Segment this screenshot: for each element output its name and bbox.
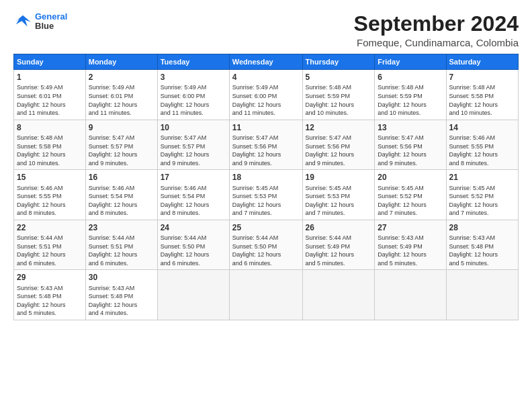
calendar-cell: 22Sunrise: 5:44 AM Sunset: 5:51 PM Dayli…	[14, 220, 86, 270]
calendar-header-saturday: Saturday	[446, 54, 518, 70]
day-info: Sunrise: 5:49 AM Sunset: 6:00 PM Dayligh…	[161, 83, 226, 117]
day-info: Sunrise: 5:43 AM Sunset: 5:48 PM Dayligh…	[449, 234, 515, 267]
day-info: Sunrise: 5:44 AM Sunset: 5:49 PM Dayligh…	[306, 234, 372, 267]
main-title: September 2024	[354, 12, 519, 36]
day-number: 27	[378, 222, 443, 233]
day-number: 30	[89, 272, 154, 283]
day-number: 10	[161, 122, 226, 133]
calendar-cell: 12Sunrise: 5:47 AM Sunset: 5:56 PM Dayli…	[302, 120, 375, 170]
day-info: Sunrise: 5:47 AM Sunset: 5:56 PM Dayligh…	[378, 134, 443, 167]
calendar-week-5: 29Sunrise: 5:43 AM Sunset: 5:48 PM Dayli…	[14, 270, 519, 320]
day-number: 5	[306, 72, 372, 83]
day-number: 16	[89, 172, 154, 183]
day-info: Sunrise: 5:48 AM Sunset: 5:59 PM Dayligh…	[378, 83, 443, 117]
day-number: 21	[449, 172, 515, 183]
calendar-cell: 3Sunrise: 5:49 AM Sunset: 6:00 PM Daylig…	[157, 70, 229, 120]
day-number: 19	[306, 172, 372, 183]
calendar-week-2: 8Sunrise: 5:48 AM Sunset: 5:58 PM Daylig…	[14, 120, 519, 170]
calendar-cell: 13Sunrise: 5:47 AM Sunset: 5:56 PM Dayli…	[375, 120, 446, 170]
day-number: 11	[232, 122, 300, 133]
calendar-cell: 20Sunrise: 5:45 AM Sunset: 5:52 PM Dayli…	[375, 170, 446, 220]
day-info: Sunrise: 5:49 AM Sunset: 6:01 PM Dayligh…	[17, 83, 83, 117]
calendar-cell: 30Sunrise: 5:43 AM Sunset: 5:48 PM Dayli…	[85, 270, 157, 320]
day-info: Sunrise: 5:45 AM Sunset: 5:52 PM Dayligh…	[449, 184, 515, 218]
day-number: 29	[17, 272, 83, 283]
day-info: Sunrise: 5:48 AM Sunset: 5:58 PM Dayligh…	[17, 134, 83, 167]
day-info: Sunrise: 5:43 AM Sunset: 5:49 PM Dayligh…	[378, 234, 443, 267]
day-number: 15	[17, 172, 83, 183]
day-info: Sunrise: 5:49 AM Sunset: 6:00 PM Dayligh…	[232, 83, 300, 117]
calendar-cell: 8Sunrise: 5:48 AM Sunset: 5:58 PM Daylig…	[14, 120, 86, 170]
header: General Blue September 2024 Fomeque, Cun…	[13, 12, 519, 48]
calendar-cell: 15Sunrise: 5:46 AM Sunset: 5:55 PM Dayli…	[14, 170, 86, 220]
calendar-cell	[302, 270, 375, 320]
day-info: Sunrise: 5:45 AM Sunset: 5:52 PM Dayligh…	[378, 184, 443, 218]
calendar-table: SundayMondayTuesdayWednesdayThursdayFrid…	[13, 54, 519, 320]
day-number: 6	[378, 72, 443, 83]
title-block: September 2024 Fomeque, Cundinamarca, Co…	[354, 12, 519, 48]
logo-text: General Blue	[35, 12, 67, 32]
day-number: 13	[378, 122, 443, 133]
day-info: Sunrise: 5:47 AM Sunset: 5:56 PM Dayligh…	[232, 134, 300, 167]
calendar-header-wednesday: Wednesday	[229, 54, 302, 70]
calendar-header-thursday: Thursday	[302, 54, 375, 70]
calendar-cell: 24Sunrise: 5:44 AM Sunset: 5:50 PM Dayli…	[157, 220, 229, 270]
day-info: Sunrise: 5:48 AM Sunset: 5:59 PM Dayligh…	[306, 83, 372, 117]
calendar-cell	[446, 270, 518, 320]
day-info: Sunrise: 5:47 AM Sunset: 5:57 PM Dayligh…	[89, 134, 154, 167]
day-number: 18	[232, 172, 300, 183]
calendar-cell	[157, 270, 229, 320]
day-info: Sunrise: 5:46 AM Sunset: 5:54 PM Dayligh…	[161, 184, 226, 218]
calendar-cell: 7Sunrise: 5:48 AM Sunset: 5:58 PM Daylig…	[446, 70, 518, 120]
day-info: Sunrise: 5:45 AM Sunset: 5:53 PM Dayligh…	[306, 184, 372, 218]
day-info: Sunrise: 5:45 AM Sunset: 5:53 PM Dayligh…	[232, 184, 300, 218]
calendar-header-tuesday: Tuesday	[157, 54, 229, 70]
page: General Blue September 2024 Fomeque, Cun…	[0, 0, 532, 411]
day-info: Sunrise: 5:43 AM Sunset: 5:48 PM Dayligh…	[17, 284, 83, 318]
calendar-week-4: 22Sunrise: 5:44 AM Sunset: 5:51 PM Dayli…	[14, 220, 519, 270]
day-info: Sunrise: 5:46 AM Sunset: 5:54 PM Dayligh…	[89, 184, 154, 218]
day-number: 26	[306, 222, 372, 233]
day-info: Sunrise: 5:46 AM Sunset: 5:55 PM Dayligh…	[17, 184, 83, 218]
day-info: Sunrise: 5:44 AM Sunset: 5:50 PM Dayligh…	[232, 234, 300, 267]
calendar-cell: 4Sunrise: 5:49 AM Sunset: 6:00 PM Daylig…	[229, 70, 302, 120]
day-number: 28	[449, 222, 515, 233]
calendar-cell: 18Sunrise: 5:45 AM Sunset: 5:53 PM Dayli…	[229, 170, 302, 220]
day-number: 1	[17, 72, 83, 83]
day-info: Sunrise: 5:47 AM Sunset: 5:56 PM Dayligh…	[306, 134, 372, 167]
day-number: 2	[89, 72, 154, 83]
calendar-cell: 26Sunrise: 5:44 AM Sunset: 5:49 PM Dayli…	[302, 220, 375, 270]
svg-marker-0	[15, 15, 31, 27]
calendar-cell: 11Sunrise: 5:47 AM Sunset: 5:56 PM Dayli…	[229, 120, 302, 170]
calendar-cell: 6Sunrise: 5:48 AM Sunset: 5:59 PM Daylig…	[375, 70, 446, 120]
day-number: 20	[378, 172, 443, 183]
day-number: 22	[17, 222, 83, 233]
day-info: Sunrise: 5:44 AM Sunset: 5:51 PM Dayligh…	[17, 234, 83, 267]
day-number: 4	[232, 72, 300, 83]
calendar-cell: 28Sunrise: 5:43 AM Sunset: 5:48 PM Dayli…	[446, 220, 518, 270]
logo: General Blue	[13, 12, 67, 32]
calendar-cell	[375, 270, 446, 320]
subtitle: Fomeque, Cundinamarca, Colombia	[354, 37, 519, 48]
calendar-cell: 1Sunrise: 5:49 AM Sunset: 6:01 PM Daylig…	[14, 70, 86, 120]
day-number: 3	[161, 72, 226, 83]
day-info: Sunrise: 5:44 AM Sunset: 5:51 PM Dayligh…	[89, 234, 154, 267]
day-number: 8	[17, 122, 83, 133]
calendar-header-monday: Monday	[85, 54, 157, 70]
day-number: 23	[89, 222, 154, 233]
calendar-header-friday: Friday	[375, 54, 446, 70]
day-number: 12	[306, 122, 372, 133]
day-info: Sunrise: 5:43 AM Sunset: 5:48 PM Dayligh…	[89, 284, 154, 318]
calendar-cell: 21Sunrise: 5:45 AM Sunset: 5:52 PM Dayli…	[446, 170, 518, 220]
calendar-cell: 25Sunrise: 5:44 AM Sunset: 5:50 PM Dayli…	[229, 220, 302, 270]
calendar-cell	[229, 270, 302, 320]
calendar-cell: 23Sunrise: 5:44 AM Sunset: 5:51 PM Dayli…	[85, 220, 157, 270]
calendar-cell: 17Sunrise: 5:46 AM Sunset: 5:54 PM Dayli…	[157, 170, 229, 220]
calendar-header-row: SundayMondayTuesdayWednesdayThursdayFrid…	[14, 54, 519, 70]
day-number: 9	[89, 122, 154, 133]
day-number: 14	[449, 122, 515, 133]
day-number: 25	[232, 222, 300, 233]
calendar-cell: 2Sunrise: 5:49 AM Sunset: 6:01 PM Daylig…	[85, 70, 157, 120]
calendar-week-3: 15Sunrise: 5:46 AM Sunset: 5:55 PM Dayli…	[14, 170, 519, 220]
day-number: 17	[161, 172, 226, 183]
